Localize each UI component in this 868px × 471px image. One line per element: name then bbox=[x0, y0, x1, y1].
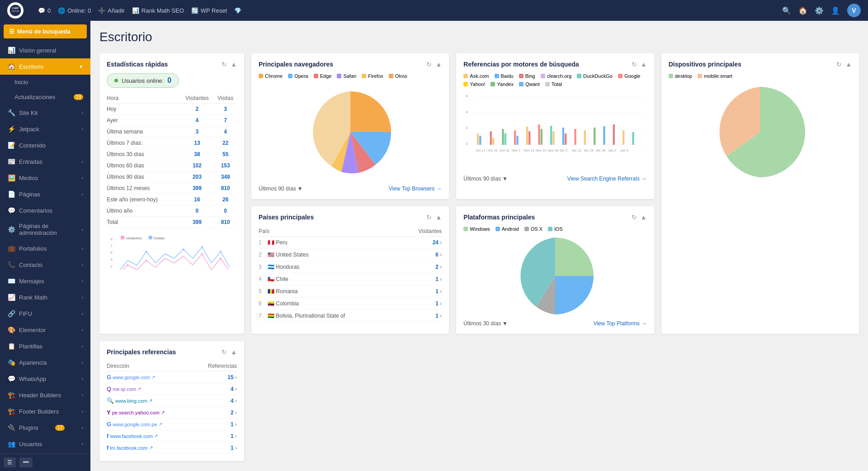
svg-rect-42 bbox=[550, 126, 552, 145]
stats-visits[interactable]: 810 bbox=[214, 183, 237, 194]
stats-visitors[interactable]: 3 bbox=[180, 126, 214, 138]
search-engines-view-link[interactable]: View Search Engine Referrals → bbox=[567, 176, 647, 182]
ref-url[interactable]: G www.google.com.pe ↗ bbox=[107, 419, 193, 430]
sidebar-item-contacto[interactable]: 📞 Contacto ‹ bbox=[0, 257, 90, 273]
browsers-period-select[interactable]: Últimos 90 días ▼ bbox=[259, 186, 303, 192]
sidebar-item-apariencia[interactable]: 🎭 Apariencia ‹ bbox=[0, 354, 90, 371]
stats-visitors[interactable]: 0 bbox=[180, 205, 214, 217]
sidebar-item-comentarios[interactable]: 💬 Comentarios bbox=[0, 202, 90, 219]
search-icon[interactable]: 🔍 bbox=[782, 6, 791, 15]
sidebar-item-mensajes[interactable]: ✉️ Mensajes ‹ bbox=[0, 273, 90, 289]
stats-visits[interactable]: 153 bbox=[214, 160, 237, 171]
stats-visits[interactable]: 3 bbox=[214, 104, 237, 115]
custom-icon-btn[interactable]: 💎 bbox=[234, 7, 241, 14]
avatar[interactable]: V bbox=[847, 4, 861, 17]
wpreset-btn[interactable]: 🔄 WP Reset bbox=[191, 7, 227, 14]
stats-collapse-btn[interactable]: ▲ bbox=[231, 61, 237, 68]
svg-rect-38 bbox=[526, 127, 528, 145]
search-engines-period-select[interactable]: Últimos 90 días ▼ bbox=[463, 176, 508, 182]
sidebar-dots-btn[interactable]: ••• bbox=[19, 457, 33, 467]
stats-visitors[interactable]: 399 bbox=[180, 183, 214, 194]
stats-visitors[interactable]: 399 bbox=[180, 217, 214, 228]
ref-url[interactable]: f www.facebook.com ↗ bbox=[107, 430, 193, 442]
ref-url[interactable]: G www.google.com ↗ bbox=[107, 371, 193, 383]
ref-url[interactable]: 🔍 www.bing.com ↗ bbox=[107, 395, 193, 407]
ref-url[interactable]: f lm.facebook.com ↗ bbox=[107, 442, 193, 454]
sidebar-item-entradas[interactable]: 📰 Entradas ‹ bbox=[0, 153, 90, 170]
sidebar-item-usuarios[interactable]: 👥 Usuarios ‹ bbox=[0, 436, 90, 452]
stats-visits[interactable]: 22 bbox=[214, 138, 237, 149]
sidebar-menu-btn[interactable]: ☰ bbox=[4, 457, 16, 467]
sidebar-item-elementor[interactable]: 🎨 Elementor ‹ bbox=[0, 322, 90, 338]
stats-visitors[interactable]: 16 bbox=[180, 194, 214, 205]
entradas-chevron: ‹ bbox=[82, 159, 83, 164]
sidebar-item-actualizaciones[interactable]: Actualizaciones 19 bbox=[0, 90, 90, 105]
sidebar-item-rankmath[interactable]: 📈 Rank Math ‹ bbox=[0, 289, 90, 305]
stats-visitors[interactable]: 13 bbox=[180, 138, 214, 149]
footer-builders-icon: 🏗️ bbox=[7, 407, 15, 415]
legend-item: DuckDuckGo bbox=[577, 73, 613, 79]
sidebar-label-apariencia: Apariencia bbox=[19, 359, 47, 366]
country-rank: 5 bbox=[259, 285, 268, 298]
sidebar-item-portafolios[interactable]: 💼 Portafolios ‹ bbox=[0, 240, 90, 257]
add-btn[interactable]: ➕ Añadir bbox=[98, 7, 125, 14]
sidebar-item-plantillas[interactable]: 📋 Plantillas ‹ bbox=[0, 338, 90, 354]
stats-visitors[interactable]: 38 bbox=[180, 149, 214, 160]
references-refresh-btn[interactable]: ↻ bbox=[222, 348, 227, 356]
sidebar-item-sitekit[interactable]: 🔧 Site Kit ‹ bbox=[0, 105, 90, 121]
sidebar-item-inicio[interactable]: Inicio bbox=[0, 75, 90, 90]
logo[interactable]: CORP INOCUA bbox=[7, 2, 24, 19]
sidebar-item-whatsapp[interactable]: 💬 WhatsApp ‹ bbox=[0, 371, 90, 387]
platforms-collapse-btn[interactable]: ▲ bbox=[641, 214, 647, 221]
browsers-view-link[interactable]: View Top Browsers → bbox=[389, 186, 442, 192]
sidebar-item-fifu[interactable]: 🔗 FIFU ‹ bbox=[0, 305, 90, 322]
stats-visits[interactable]: 4 bbox=[214, 126, 237, 138]
settings-icon[interactable]: ⚙️ bbox=[815, 6, 824, 15]
browsers-refresh-btn[interactable]: ↻ bbox=[426, 61, 432, 68]
rankmath-btn[interactable]: 📊 Rank Math SEO bbox=[132, 7, 184, 14]
stats-visitors[interactable]: 2 bbox=[180, 104, 214, 115]
devices-refresh-btn[interactable]: ↻ bbox=[836, 61, 842, 68]
sidebar-item-vision-general[interactable]: 📊 Visión general bbox=[0, 42, 90, 58]
sidebar-item-paginas[interactable]: 📄 Páginas ‹ bbox=[0, 186, 90, 202]
stats-label: Hoy bbox=[107, 104, 180, 115]
search-engines-collapse-btn[interactable]: ▲ bbox=[641, 61, 647, 68]
search-engines-refresh-btn[interactable]: ↻ bbox=[632, 61, 637, 68]
sidebar-item-medios[interactable]: 🖼️ Medios ‹ bbox=[0, 170, 90, 186]
online-btn[interactable]: 🌐 Online: 0 bbox=[58, 7, 91, 14]
stats-visits[interactable]: 810 bbox=[214, 217, 237, 228]
countries-refresh-btn[interactable]: ↻ bbox=[426, 214, 432, 221]
platforms-view-link[interactable]: View Top Platforms → bbox=[593, 320, 646, 327]
stats-visits[interactable]: 26 bbox=[214, 194, 237, 205]
comments-btn[interactable]: 💬 0 bbox=[38, 7, 51, 14]
platforms-refresh-btn[interactable]: ↻ bbox=[632, 214, 637, 221]
sidebar-item-plugins[interactable]: 🔌 Plugins 17 ‹ bbox=[0, 419, 90, 436]
stats-visitors[interactable]: 4 bbox=[180, 115, 214, 126]
logo-circle: CORP INOCUA bbox=[7, 2, 24, 19]
stats-visitors[interactable]: 203 bbox=[180, 171, 214, 183]
sidebar-item-escritorio[interactable]: 🏠 Escritorio ▼ bbox=[0, 58, 90, 75]
ref-url[interactable]: Y pe.search.yahoo.com ↗ bbox=[107, 407, 193, 419]
stats-visitors[interactable]: 102 bbox=[180, 160, 214, 171]
search-menu-btn[interactable]: ☰ Menú de búsqueda bbox=[4, 24, 87, 38]
stats-visits[interactable]: 349 bbox=[214, 171, 237, 183]
search-period-label: Últimos 90 días bbox=[463, 176, 501, 182]
sidebar-item-header-builders[interactable]: 🏗️ Header Builders ‹ bbox=[0, 387, 90, 403]
platforms-period-select[interactable]: Últimos 30 días ▼ bbox=[463, 320, 508, 327]
sidebar-item-footer-builders[interactable]: 🏗️ Footer Builders ‹ bbox=[0, 403, 90, 419]
stats-visits[interactable]: 7 bbox=[214, 115, 237, 126]
stats-refresh-btn[interactable]: ↻ bbox=[222, 61, 227, 68]
browsers-collapse-btn[interactable]: ▲ bbox=[435, 61, 442, 68]
references-collapse-btn[interactable]: ▲ bbox=[231, 348, 237, 356]
sidebar-item-jetpack[interactable]: ⚡ Jetpack ‹ bbox=[0, 121, 90, 137]
sidebar-item-paginas-admin[interactable]: ⚙️ Páginas de administración ‹ bbox=[0, 219, 90, 240]
countries-collapse-btn[interactable]: ▲ bbox=[435, 214, 442, 221]
sidebar-footer: ☰ ••• bbox=[0, 453, 90, 471]
stats-visits[interactable]: 55 bbox=[214, 149, 237, 160]
ref-url[interactable]: Q me-qr.com ↗ bbox=[107, 383, 193, 395]
user-icon[interactable]: 👤 bbox=[831, 6, 840, 15]
devices-collapse-btn[interactable]: ▲ bbox=[845, 61, 852, 68]
home-icon[interactable]: 🏠 bbox=[798, 6, 807, 15]
stats-visits[interactable]: 0 bbox=[214, 205, 237, 217]
sidebar-item-contenido[interactable]: 📝 Contenido bbox=[0, 137, 90, 153]
